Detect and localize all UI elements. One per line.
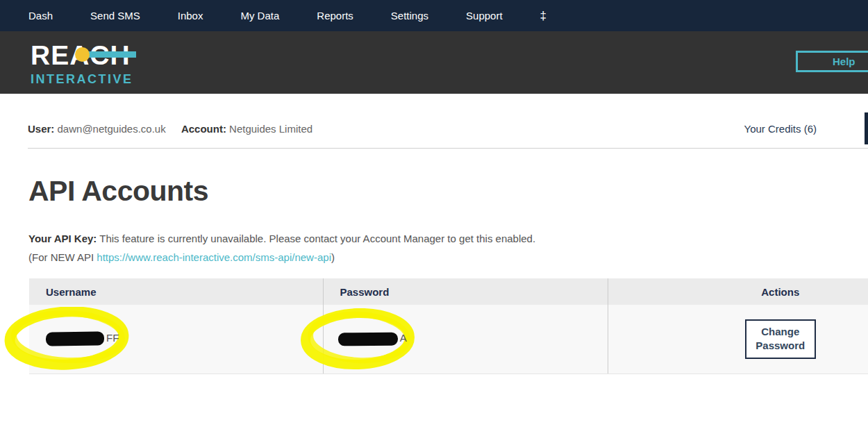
api-key-text: This feature is currently unavailable. P…: [97, 233, 535, 244]
user-email: dawn@netguides.co.uk: [58, 123, 166, 135]
help-button[interactable]: Help: [796, 51, 868, 72]
logo-strike-bar: [83, 51, 136, 58]
username-redaction-bar: [46, 332, 104, 346]
nav-item-send-sms[interactable]: Send SMS: [90, 10, 140, 22]
nav-item-support[interactable]: Support: [466, 10, 503, 22]
column-header-password: Password: [323, 278, 608, 305]
column-header-actions: Actions: [608, 278, 868, 305]
table-row: FF 9A Change Password: [29, 305, 868, 374]
username-cell: FF: [29, 305, 323, 374]
nav-item-reports[interactable]: Reports: [317, 10, 353, 22]
password-redaction-bar: [338, 333, 398, 346]
logo-wordmark: REACH: [31, 42, 133, 69]
new-api-link[interactable]: https://www.reach-interactive.com/sms-ap…: [97, 251, 331, 263]
page-title: API Accounts: [28, 175, 868, 208]
double-dagger-icon[interactable]: ‡: [540, 9, 546, 23]
your-credits-badge[interactable]: Your Credits (6): [744, 123, 817, 135]
top-navbar: Dash Send SMS Inbox My Data Reports Sett…: [0, 0, 868, 31]
password-visible-fragment: A: [400, 332, 407, 344]
user-label: User:: [28, 123, 54, 135]
logo-text-interactive: INTERACTIVE: [31, 72, 133, 87]
change-password-button[interactable]: Change Password: [745, 319, 816, 359]
api-accounts-table-wrap: Username Password Actions FF: [29, 278, 868, 374]
reach-interactive-logo[interactable]: REACH INTERACTIVE: [31, 42, 133, 87]
logo-yellow-dot-icon: [75, 47, 90, 62]
account-name: Netguides Limited: [229, 123, 312, 135]
api-key-notice: Your API Key: This feature is currently …: [28, 233, 868, 244]
password-cell: 9A: [323, 305, 608, 374]
api-accounts-table: Username Password Actions FF: [29, 278, 868, 374]
api-key-label: Your API Key:: [28, 233, 97, 244]
brand-header: REACH INTERACTIVE Help: [0, 31, 868, 94]
nav-item-settings[interactable]: Settings: [391, 10, 428, 22]
new-api-prefix: (For NEW API: [28, 251, 97, 263]
nav-item-dash[interactable]: Dash: [28, 10, 53, 22]
section-divider: [28, 148, 868, 149]
right-edge-clipped-button[interactable]: [865, 112, 868, 144]
user-account-info: User: dawn@netguides.co.uk Account: Netg…: [28, 123, 325, 135]
column-header-username: Username: [29, 278, 323, 305]
table-header-row: Username Password Actions: [29, 278, 868, 305]
username-visible-fragment: FF: [106, 332, 119, 344]
actions-cell: Change Password: [608, 305, 868, 374]
new-api-line: (For NEW API https://www.reach-interacti…: [28, 251, 868, 263]
nav-item-inbox[interactable]: Inbox: [178, 10, 203, 22]
new-api-suffix: ): [331, 251, 335, 263]
main-content: API Accounts Your API Key: This feature …: [0, 175, 868, 263]
nav-item-my-data[interactable]: My Data: [240, 10, 279, 22]
account-label: Account:: [181, 123, 226, 135]
account-info-bar: User: dawn@netguides.co.uk Account: Netg…: [0, 115, 868, 142]
